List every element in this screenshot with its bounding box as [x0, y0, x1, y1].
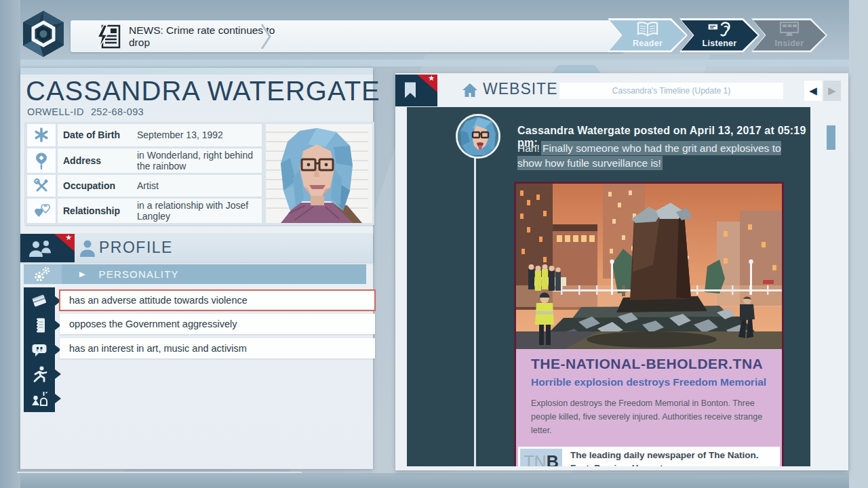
field-row-occupation: Occupation Artist	[27, 175, 262, 197]
subject-name: CASSANDRA WATERGATE	[26, 76, 380, 106]
article-preview: THE-NATIONAL-BEHOLDER.TNA Horrible explo…	[516, 349, 782, 447]
website-bookmark-tab[interactable]: ★	[395, 75, 437, 106]
field-row-dob: Date of Birth September 13, 1992	[27, 124, 262, 146]
poster-avatar	[456, 114, 500, 159]
news-ticker-text: NEWS: Crime rate continues to drop	[129, 24, 298, 49]
trait-item[interactable]: has an adverse attitude towards violence	[60, 290, 375, 310]
people-icon	[27, 239, 54, 258]
post-text-plain: Hah!	[517, 142, 542, 154]
subject-info-table: Date of Birth September 13, 1992 Address…	[25, 122, 374, 225]
notebook-icon[interactable]	[24, 312, 55, 339]
article-summary: Explosion destroys the Freedom Memorial …	[531, 396, 772, 437]
runner-icon[interactable]	[24, 361, 55, 388]
nav-back-button[interactable]: ◀	[804, 81, 822, 101]
tab-reader[interactable]: Reader	[608, 18, 688, 52]
orwell-id-label: ORWELL-ID	[27, 106, 84, 117]
website-title: WEBSITE	[483, 80, 558, 98]
hearts-icon	[27, 199, 56, 223]
publisher-strip: TNB The leading daily newspaper of The N…	[518, 447, 780, 466]
home-icon[interactable]	[461, 82, 479, 98]
quote-bubble-icon[interactable]	[24, 336, 55, 363]
field-label: Occupation	[63, 180, 134, 191]
trait-item[interactable]: has an interest in art, music and activi…	[60, 338, 375, 359]
personality-section-header[interactable]: ▶ PERSONALITY	[24, 264, 366, 284]
nav-forward-button: ▶	[823, 81, 841, 101]
scrollbar-thumb[interactable]	[827, 125, 835, 150]
bottom-band	[0, 473, 868, 488]
star-icon: ★	[65, 233, 72, 242]
field-value: Artist	[137, 180, 256, 191]
ticker-chevron-icon	[259, 22, 273, 51]
open-book-icon	[636, 21, 659, 37]
post-text-datachunk[interactable]: Finally someone who had the grit and exp…	[517, 142, 781, 169]
trait-item[interactable]: opposes the Government aggressively	[60, 314, 375, 334]
tnb-logo: TNB	[520, 449, 562, 466]
chevron-right-icon: ▶	[79, 270, 85, 279]
book-icon[interactable]	[24, 287, 55, 314]
subject-photo	[266, 124, 372, 223]
explosion-scene-image	[516, 184, 782, 349]
article-headline[interactable]: Horrible explosion destroys Freedom Memo…	[531, 376, 767, 388]
gears-icon	[24, 264, 62, 284]
field-value: September 13, 1992	[137, 129, 256, 140]
right-edge-strip	[849, 0, 868, 488]
divider-strip	[0, 60, 868, 66]
field-value: in a relationship with Josef Langley	[137, 200, 256, 222]
article-site-name[interactable]: THE-NATIONAL-BEHOLDER.TNA	[531, 356, 767, 372]
website-content: Cassandra Watergate posted on April 13, …	[407, 107, 810, 466]
subject-orwell-id: ORWELL-ID 252-68-093	[27, 106, 144, 117]
left-edge-strip	[0, 0, 20, 488]
publisher-tagline-line1: The leading daily newspaper of The Natio…	[570, 449, 759, 462]
orwell-logo-icon[interactable]	[18, 8, 69, 60]
field-label: Date of Birth	[63, 129, 134, 140]
tnb-logo-tn: TN	[524, 452, 546, 467]
decorative-line	[17, 472, 302, 473]
dossier-top-strip	[20, 68, 373, 75]
publisher-tagline: The leading daily newspaper of The Natio…	[570, 449, 759, 466]
tab-listener-label: Listener	[702, 39, 736, 48]
orwell-id-value: 252-68-093	[91, 106, 144, 117]
meeting-icon[interactable]	[24, 385, 55, 412]
star-icon: ★	[428, 74, 435, 83]
location-pin-icon	[27, 148, 56, 173]
personality-label: PERSONALITY	[98, 268, 178, 280]
news-flash-icon	[96, 24, 122, 49]
timeline-connector	[474, 155, 476, 466]
tools-icon	[27, 175, 56, 197]
orwell-game-screen: NEWS: Crime rate continues to drop Reade…	[0, 0, 868, 488]
tab-listener[interactable]: Listener	[679, 18, 760, 52]
tab-reader-label: Reader	[633, 39, 663, 48]
field-row-relationship: Relationship in a relationship with Jose…	[27, 199, 262, 223]
monitor-icon	[778, 21, 801, 37]
field-row-address: Address in Wonderland, right behind the …	[27, 148, 262, 173]
profile-title: PROFILE	[99, 239, 173, 257]
publisher-tagline-line2: Fast. Precise. Honest.	[570, 462, 759, 466]
post-text: Hah! Finally someone who had the grit an…	[517, 141, 791, 170]
field-label: Address	[63, 155, 134, 166]
profile-tab[interactable]: ★	[20, 234, 75, 262]
alert-corner: ★	[54, 234, 75, 251]
field-value: in Wonderland, right behind the rainbow	[137, 150, 256, 171]
field-label: Relationship	[63, 205, 134, 216]
asterisk-icon	[27, 124, 56, 146]
shared-article-card[interactable]: THE-NATIONAL-BEHOLDER.TNA Horrible explo…	[514, 182, 784, 466]
person-icon	[79, 239, 96, 258]
page-title-field[interactable]: Cassandra's Timeline (Update 1)	[559, 83, 783, 99]
alert-corner: ★	[417, 75, 437, 92]
tab-insider[interactable]: Insider	[751, 18, 827, 52]
ear-icon	[707, 20, 732, 37]
tnb-logo-b: B	[547, 452, 559, 467]
tab-insider-label: Insider	[774, 39, 804, 48]
bookmark-icon	[403, 81, 417, 99]
